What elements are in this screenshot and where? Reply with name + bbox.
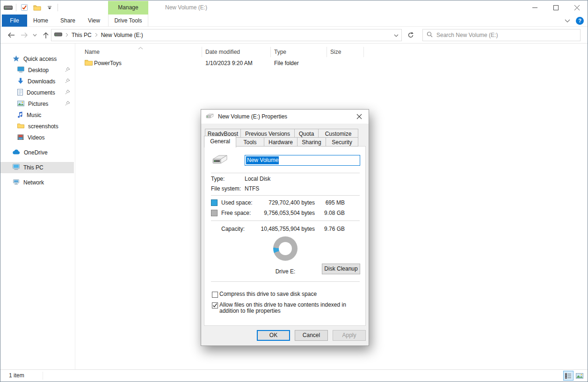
refresh-icon[interactable]: [404, 29, 418, 41]
tab-hardware[interactable]: Hardware: [264, 137, 298, 147]
navigation-pane: Quick access Desktop Downloads Documents…: [0, 44, 75, 370]
minimize-button[interactable]: [524, 0, 545, 15]
sidebar-item-label: screenshots: [28, 123, 58, 130]
column-header-name[interactable]: Name: [85, 49, 100, 55]
tab-tools[interactable]: Tools: [236, 137, 264, 147]
separator: [211, 173, 360, 173]
sidebar-item-label: Videos: [28, 134, 44, 141]
tab-file[interactable]: File: [2, 15, 27, 27]
contextual-tab-manage[interactable]: Manage: [108, 1, 148, 15]
network-icon: [13, 179, 20, 186]
properties-icon[interactable]: [20, 2, 29, 13]
checkbox-checked-icon[interactable]: [212, 302, 218, 309]
navigation-bar: This PC New Volume (E:): [0, 27, 588, 44]
tab-view[interactable]: View: [82, 15, 106, 27]
new-folder-icon[interactable]: [32, 2, 42, 13]
capacity-bytes: 10,485,755,904 bytes: [249, 226, 315, 232]
free-space-row: Free space: 9,756,053,504 bytes 9.08 GB: [204, 209, 365, 217]
breadcrumb-current[interactable]: New Volume (E:): [101, 32, 143, 38]
thumbnail-view-icon[interactable]: [574, 371, 585, 381]
dialog-buttons: OK Cancel Apply: [201, 330, 369, 341]
sidebar-item-documents[interactable]: Documents: [0, 87, 75, 98]
ribbon-right-controls: ?: [565, 15, 584, 27]
address-bar[interactable]: This PC New Volume (E:): [51, 29, 402, 41]
onedrive-cloud-icon: [13, 149, 20, 156]
view-switcher: [563, 371, 585, 381]
tab-quota[interactable]: Quota: [295, 129, 319, 138]
column-divider[interactable]: [327, 47, 327, 57]
column-divider[interactable]: [270, 47, 271, 57]
address-dropdown-icon[interactable]: [394, 32, 399, 38]
type-value: Local Disk: [245, 176, 270, 182]
ok-button[interactable]: OK: [257, 330, 290, 341]
column-headers: Name Date modified Type Size: [76, 45, 588, 59]
sort-ascending-icon: [138, 44, 143, 51]
checkbox-unchecked-icon[interactable]: [212, 292, 218, 298]
search-input[interactable]: [436, 32, 576, 38]
tab-drive-tools[interactable]: Drive Tools: [108, 15, 148, 27]
column-divider[interactable]: [363, 47, 364, 57]
file-type: File folder: [274, 60, 299, 66]
close-button[interactable]: [566, 0, 588, 15]
file-system-row: File system: NTFS: [204, 185, 365, 193]
tab-general[interactable]: General: [204, 136, 236, 147]
separator: [211, 220, 360, 221]
cancel-button[interactable]: Cancel: [295, 330, 328, 341]
used-space-bytes: 729,702,400 bytes: [249, 199, 315, 206]
sidebar-item-label: Pictures: [28, 101, 48, 107]
expand-ribbon-icon[interactable]: [565, 17, 570, 24]
sidebar-item-this-pc[interactable]: This PC: [0, 162, 74, 173]
explorer-window: Manage New Volume (E:) File Home Share V…: [0, 0, 588, 382]
tab-security[interactable]: Security: [326, 137, 358, 147]
maximize-button[interactable]: [545, 0, 566, 15]
details-view-icon[interactable]: [563, 371, 573, 381]
sidebar-item-network[interactable]: Network: [0, 177, 75, 188]
sidebar-item-screenshots[interactable]: screenshots: [0, 121, 75, 132]
compress-checkbox-label: Compress this drive to save disk space: [219, 291, 362, 297]
dialog-close-icon[interactable]: [350, 110, 369, 124]
file-system-label: File system:: [211, 185, 241, 192]
sidebar-item-videos[interactable]: Videos: [0, 132, 75, 143]
forward-icon[interactable]: [18, 27, 30, 44]
dialog-title-bar[interactable]: New Volume (E:) Properties: [201, 110, 369, 124]
up-icon[interactable]: [40, 27, 52, 44]
disk-cleanup-button[interactable]: Disk Cleanup: [322, 264, 360, 274]
help-icon[interactable]: ?: [576, 17, 584, 25]
used-space-swatch: [211, 199, 218, 206]
breadcrumb-chevron-icon: [95, 32, 98, 38]
sidebar-item-onedrive[interactable]: OneDrive: [0, 147, 75, 158]
window-title: New Volume (E:): [165, 0, 207, 15]
tab-previous-versions[interactable]: Previous Versions: [241, 129, 295, 138]
sidebar-item-label: Music: [27, 112, 41, 118]
documents-icon: [17, 89, 23, 97]
desktop-icon: [17, 66, 24, 74]
column-header-date[interactable]: Date modified: [205, 49, 240, 55]
tab-customize[interactable]: Customize: [319, 129, 358, 138]
sidebar-item-pictures[interactable]: Pictures: [0, 98, 75, 110]
toolbar-separator: [58, 4, 58, 11]
sidebar-item-downloads[interactable]: Downloads: [0, 76, 75, 87]
status-divider: [43, 372, 43, 380]
column-divider[interactable]: [202, 47, 202, 57]
tab-home[interactable]: Home: [28, 15, 53, 27]
breadcrumb-chevron-icon: [65, 32, 68, 38]
customize-toolbar-icon[interactable]: [45, 2, 54, 13]
column-header-size[interactable]: Size: [330, 49, 341, 55]
sidebar-item-label: This PC: [23, 164, 44, 171]
back-icon[interactable]: [5, 27, 17, 44]
separator: [211, 281, 360, 282]
file-row-powertoys[interactable]: PowerToys 1/10/2023 9:20 AM File folder: [76, 59, 363, 69]
column-header-type[interactable]: Type: [274, 49, 286, 55]
recent-locations-icon[interactable]: [30, 27, 39, 44]
sidebar-item-quick-access[interactable]: Quick access: [0, 53, 75, 65]
downloads-icon: [17, 78, 24, 86]
volume-label-input[interactable]: New Volume: [245, 155, 360, 166]
tab-sharing[interactable]: Sharing: [298, 137, 326, 147]
capacity-label: Capacity:: [221, 226, 245, 232]
sidebar-item-desktop[interactable]: Desktop: [0, 65, 75, 76]
breadcrumb-this-pc[interactable]: This PC: [72, 32, 92, 38]
sidebar-item-music[interactable]: Music: [0, 110, 75, 121]
search-box[interactable]: [422, 29, 581, 41]
tab-share[interactable]: Share: [55, 15, 81, 27]
sidebar-item-label: Documents: [27, 89, 55, 96]
